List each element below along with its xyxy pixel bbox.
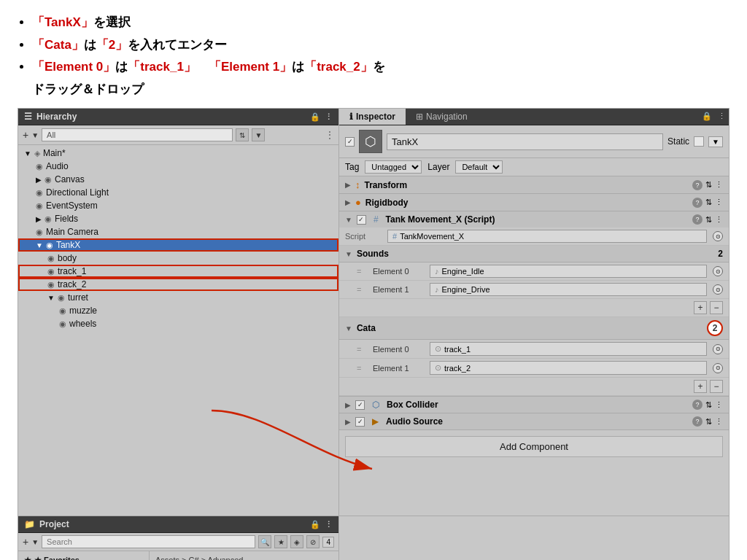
audio-source-settings-icon[interactable]: ⇅ <box>705 417 712 427</box>
inspector-lock-icon[interactable]: 🔒 <box>699 109 715 125</box>
hierarchy-header-icons: 🔒 ⋮ <box>310 112 333 122</box>
transform-help-icon[interactable]: ? <box>692 180 703 190</box>
tree-item-canvas[interactable]: ▶ ◉ Canvas <box>18 173 338 186</box>
box-collider-active[interactable]: ✓ <box>355 400 365 410</box>
rigidbody-title: Rigidbody <box>365 198 688 208</box>
tab-inspector[interactable]: ℹ Inspector <box>339 109 406 125</box>
project-filter2[interactable]: ◈ <box>290 535 303 548</box>
cata-remove-btn[interactable]: − <box>710 380 723 393</box>
rigidbody-help-icon[interactable]: ? <box>692 198 703 208</box>
transform-settings-icon[interactable]: ⇅ <box>705 180 712 190</box>
star-icon: ★ <box>24 556 31 560</box>
ui-wrapper: ☰ Hierarchy 🔒 ⋮ + ▼ ⇅ ▼ ⋮ <box>0 108 747 516</box>
tree-item-eventsystem[interactable]: ◉ EventSystem <box>18 199 338 212</box>
search-icon[interactable]: 🔍 <box>258 535 271 548</box>
object-name-input[interactable] <box>387 133 663 150</box>
static-label: Static <box>667 136 689 147</box>
project-search-input[interactable] <box>42 535 255 548</box>
tag-select[interactable]: Untagged <box>365 160 422 174</box>
audio-source-header[interactable]: ▶ ✓ ▶ Audio Source ? ⇅ ⋮ <box>339 413 729 429</box>
static-dropdown[interactable]: ▼ <box>708 136 723 147</box>
tree-item-tankx-label: TankX <box>56 240 80 250</box>
script-more-icon[interactable]: ⋮ <box>715 215 723 225</box>
add-component-label: Add Component <box>500 441 568 452</box>
tree-item-fields[interactable]: ▶ ◉ Fields <box>18 212 338 225</box>
hierarchy-search-input[interactable] <box>42 128 233 141</box>
sounds-element-0-name: Engine_Idle <box>442 267 484 276</box>
sounds-element-1-select[interactable]: ⊙ <box>713 284 723 295</box>
cata-element-1-select[interactable]: ⊙ <box>713 363 723 373</box>
box-collider-header[interactable]: ▶ ✓ ⬡ Box Collider ? ⇅ ⋮ <box>339 397 729 413</box>
add-component-button[interactable]: Add Component <box>345 436 723 457</box>
cata-element-0-select[interactable]: ⊙ <box>713 344 723 354</box>
sound-note-icon-1: ♪ <box>435 285 439 294</box>
tree-item-tankx[interactable]: ▼ ◉ TankX <box>18 238 338 252</box>
box-collider-more-icon[interactable]: ⋮ <box>715 400 723 410</box>
add-icon[interactable]: + <box>23 129 28 141</box>
audio-source-active[interactable]: ✓ <box>355 417 365 427</box>
sounds-plus-minus-row: + − <box>339 299 729 317</box>
audio-source-more-icon[interactable]: ⋮ <box>715 417 723 427</box>
tree-item-wheels[interactable]: ◉ wheels <box>18 317 338 330</box>
rigidbody-header[interactable]: ▶ ● Rigidbody ? ⇅ ⋮ <box>339 194 729 211</box>
cata-add-btn[interactable]: + <box>694 380 707 393</box>
sort-icon[interactable]: ⇅ <box>236 128 249 141</box>
project-add-icon[interactable]: + <box>23 536 28 548</box>
script-help-icon[interactable]: ? <box>692 214 703 225</box>
audio-source-help-icon[interactable]: ? <box>692 416 703 427</box>
static-checkbox[interactable] <box>694 136 704 147</box>
audio-source-section: ▶ ✓ ▶ Audio Source ? ⇅ ⋮ <box>339 413 729 430</box>
rigidbody-section: ▶ ● Rigidbody ? ⇅ ⋮ <box>339 194 729 211</box>
tree-item-main[interactable]: ▼ ◈ Main* <box>18 147 338 160</box>
sounds-remove-btn[interactable]: − <box>710 301 723 314</box>
box-collider-settings-icon[interactable]: ⇅ <box>705 400 712 410</box>
sounds-element-1-label: Element 1 <box>373 285 424 294</box>
script-active-checkbox[interactable]: ✓ <box>357 215 366 225</box>
tree-item-track2-label: track_2 <box>58 279 86 289</box>
project-filter3[interactable]: ⊘ <box>306 535 320 548</box>
project-lock-icon[interactable]: 🔒 <box>310 520 320 529</box>
sounds-element-0-select[interactable]: ⊙ <box>713 266 723 276</box>
sounds-add-btn[interactable]: + <box>694 301 707 314</box>
transform-more-icon[interactable]: ⋮ <box>715 180 723 190</box>
inspector-more-icon[interactable]: ⋮ <box>715 109 729 125</box>
hierarchy-toolbar: + ▼ ⇅ ▼ ⋮ <box>18 125 338 145</box>
tree-item-directional-light[interactable]: ◉ Directional Light <box>18 186 338 199</box>
lock-icon[interactable]: 🔒 <box>310 112 320 122</box>
layer-select[interactable]: Default <box>455 160 503 174</box>
transform-header[interactable]: ▶ ↕ Transform ? ⇅ ⋮ <box>339 176 729 193</box>
filter-icon[interactable]: ▼ <box>252 128 265 141</box>
tree-item-muzzle[interactable]: ◉ muzzle <box>18 304 338 317</box>
more-icon[interactable]: ⋮ <box>325 112 333 122</box>
project-filter1[interactable]: ★ <box>274 535 287 548</box>
tank-movement-header[interactable]: ▼ ✓ # Tank Movement_X (Script) ? ⇅ ⋮ <box>339 211 729 228</box>
sounds-element-1-name: Engine_Drive <box>442 285 490 294</box>
favorites-header[interactable]: ★ ★ Favorites <box>18 554 149 560</box>
tree-item-main-camera[interactable]: ◉ Main Camera <box>18 225 338 238</box>
project-toolbar: + ▼ 🔍 ★ ◈ ⊘ 4 <box>18 533 338 551</box>
dropdown-arrow[interactable]: ▼ <box>31 131 39 139</box>
tree-item-turret[interactable]: ▼ ◉ turret <box>18 291 338 304</box>
cata-header[interactable]: ▼ Cata 2 <box>339 317 729 340</box>
object-icon: ⬡ <box>359 130 382 153</box>
object-active-checkbox[interactable]: ✓ <box>345 137 355 147</box>
tree-item-audio-label: Audio <box>46 161 69 171</box>
project-more-icon[interactable]: ⋮ <box>325 520 333 529</box>
sounds-header[interactable]: ▼ Sounds 2 <box>339 246 729 262</box>
tree-item-audio[interactable]: ◉ Audio <box>18 160 338 173</box>
script-select-icon[interactable]: ⊙ <box>713 231 723 241</box>
cata-e0-handle: = <box>357 345 367 354</box>
rigidbody-settings-icon[interactable]: ⇅ <box>705 198 712 207</box>
tab-navigation[interactable]: ⊞ Navigation <box>406 109 478 125</box>
box-collider-help-icon[interactable]: ? <box>692 400 703 410</box>
inspector-bottom-panel <box>339 516 729 560</box>
tree-item-track1[interactable]: ◉ track_1 <box>18 265 338 278</box>
tree-item-body[interactable]: ◉ body <box>18 252 338 265</box>
transform-icons: ? ⇅ ⋮ <box>692 180 723 190</box>
script-settings-icon[interactable]: ⇅ <box>705 215 712 225</box>
project-files: Assets > C# > Advanced # # TankMovement_… <box>150 551 338 560</box>
rigidbody-more-icon[interactable]: ⋮ <box>715 198 723 207</box>
tree-item-track2[interactable]: ◉ track_2 <box>18 278 338 291</box>
project-dropdown-arrow[interactable]: ▼ <box>31 538 39 546</box>
cata-icon-1: ⊙ <box>435 363 441 373</box>
